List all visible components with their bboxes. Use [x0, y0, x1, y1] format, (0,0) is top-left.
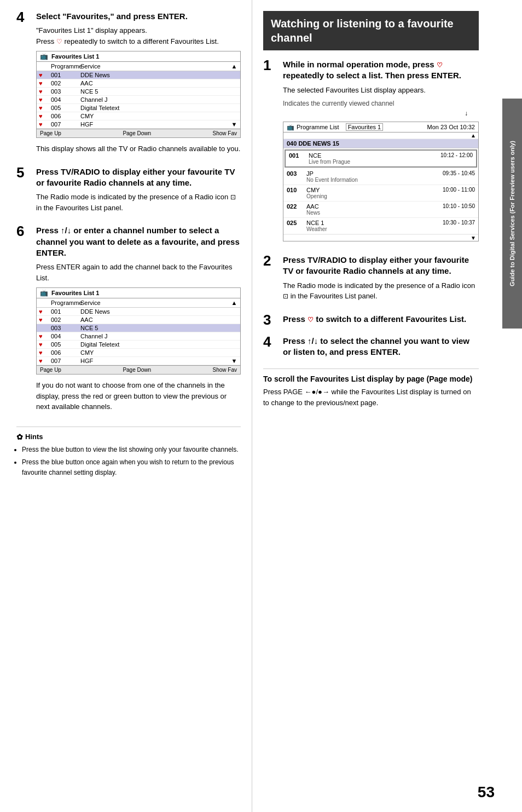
right-step-2: 2 Press TV/RADIO to display either your … [263, 255, 479, 306]
hints-icon: ✿ [16, 433, 23, 441]
prog-name: NCE [309, 152, 424, 159]
indicator-arrow: ↓ [283, 110, 479, 117]
row2-heart: ♥ [39, 341, 51, 348]
row-heart: ♥ [39, 105, 51, 111]
col-programme: Programme [51, 63, 80, 70]
favourites-list-box-1: 📺 Favourites List 1 Programme Service ▲ … [36, 51, 241, 138]
prog-time: 10:10 - 10:50 [426, 203, 475, 216]
prog-name: AAC [306, 203, 426, 210]
tv-icon: 📺 [40, 53, 48, 60]
fav-list-title-2: Favourites List 1 [51, 290, 99, 296]
hint-item-2: Press the blue button once again when yo… [22, 457, 241, 478]
step-6-body2: If you do not want to choose from one of… [36, 380, 241, 412]
step-4-title: Select "Favourites," and press ENTER. [36, 11, 241, 22]
step-4-body1: "Favourites List 1" display appears. Pre… [36, 25, 241, 47]
right-step-4-number: 4 [263, 335, 283, 349]
row-num: 005 [51, 105, 80, 111]
prog-name: NCE 1 [306, 220, 426, 226]
col-scroll-up: ▲ [230, 63, 238, 70]
prog-sub: Opening [306, 193, 426, 199]
right-step-3-title: Press ♡ to switch to a different Favouri… [283, 314, 479, 325]
prog-sub: News [306, 210, 426, 216]
indicator-text: Indicates the currently viewed channel [283, 100, 479, 107]
row-service: CMY [80, 113, 238, 119]
prog-sub: Live from Prague [309, 159, 424, 165]
row-service: HGF [80, 121, 230, 128]
row-service: DDE News [80, 72, 238, 78]
prog-sub: No Event Information [306, 177, 426, 183]
prog-date-label: Mon 23 Oct 10:32 [427, 124, 475, 130]
row-service: NCE 5 [80, 88, 238, 95]
sub-section-title: To scroll the Favourites List display by… [263, 375, 479, 383]
hint-item-1: Press the blue button to view the list s… [22, 445, 241, 455]
show-fav-label-2: Show Fav [213, 367, 237, 373]
prog-row-2: 003 JP No Event Information 09:35 - 10:4… [283, 169, 478, 185]
row2-heart-empty [39, 325, 51, 331]
prog-time: 09:35 - 10:45 [426, 170, 475, 183]
prog-num: 022 [287, 203, 306, 216]
fav-list-footer: Page Up Page Down Show Fav [37, 129, 240, 137]
tv-icon-2: 📺 [40, 289, 48, 297]
scroll-up-2: ▲ [230, 300, 238, 306]
row-heart: ♥ [39, 72, 51, 78]
col-service: Service [80, 63, 230, 70]
side-tab-text: Guide to Digital Services (For Freeview … [508, 141, 516, 286]
scroll-down-2: ▼ [230, 358, 238, 364]
prog-list-label: Programme List [297, 124, 339, 130]
prog-list-header: 📺 Programme List Favourites 1 Mon 23 Oct… [283, 122, 478, 133]
hints-section: ✿ Hints Press the blue button to view th… [16, 427, 241, 479]
row-num: 004 [51, 96, 80, 103]
prog-row-5: 025 NCE 1 Weather 10:30 - 10:37 [283, 218, 478, 234]
right-step-1: 1 While in normal operation mode, press … [263, 59, 479, 247]
right-step-1-body: The selected Favourites List display app… [283, 85, 479, 96]
page-up-label: Page Up [40, 130, 61, 136]
fav-list-title: Favourites List 1 [51, 53, 99, 60]
right-step-3: 3 Press ♡ to switch to a different Favou… [263, 314, 479, 328]
row-heart: ♥ [39, 88, 51, 95]
side-tab: Guide to Digital Services (For Freeview … [502, 99, 522, 329]
prog-num: 003 [287, 170, 306, 183]
step-6-number: 6 [16, 224, 36, 238]
prog-row-1: 001 NCE Live from Prague 10:12 - 12:00 [285, 149, 477, 168]
favourites-list-box-2: 📺 Favourites List 1 Programme Service ▲ … [36, 287, 241, 375]
scroll-down: ▼ [230, 121, 238, 128]
right-step-4-title: Press ↑/↓ to select the channel you want… [283, 336, 479, 358]
right-step-4: 4 Press ↑/↓ to select the channel you wa… [263, 336, 479, 361]
row-num: 002 [51, 80, 80, 87]
right-step-2-body: The Radio mode is indicated by the prese… [283, 280, 479, 302]
right-step-2-title: Press TV/RADIO to display either your fa… [283, 255, 479, 277]
row-num: 006 [51, 113, 80, 119]
prog-header-left: 📺 Programme List Favourites 1 [287, 123, 383, 131]
step-5: 5 Press TV/RADIO to display either your … [16, 166, 241, 218]
hints-title: ✿ Hints [16, 433, 241, 441]
sub-section-body: Press PAGE ←●/●→ while the Favourites Li… [263, 387, 479, 408]
row-heart: ♥ [39, 80, 51, 87]
row2-heart: ♥ [39, 358, 51, 364]
fav-list-footer-2: Page Up Page Down Show Fav [37, 365, 240, 374]
prog-row-3: 010 CMY Opening 10:00 - 11:00 [283, 185, 478, 201]
radio-icon-2: ⊡ [283, 292, 288, 300]
section-header: Watching or listening to a favourite cha… [263, 11, 479, 50]
right-step-1-title: While in normal operation mode, press ♡ … [283, 59, 479, 82]
row-num: 001 [51, 72, 80, 78]
row-heart: ♥ [39, 121, 51, 128]
row-service: AAC [80, 80, 238, 87]
col-service-2: Service [80, 300, 230, 306]
step-5-title: Press TV/RADIO to display either your fa… [36, 166, 241, 189]
prog-first-row: 040 DDE NEWS 15 [283, 139, 478, 148]
step-6: 6 Press ↑/↓ or enter a channel number to… [16, 225, 241, 416]
row2-heart: ♥ [39, 333, 51, 339]
step-5-body: The Radio mode is indicated by the prese… [36, 192, 241, 213]
prog-name: JP [306, 170, 426, 177]
row-heart: ♥ [39, 96, 51, 103]
step-4-body3: This display shows all the TV or Radio c… [36, 143, 241, 154]
col-programme-2: Programme [51, 300, 80, 306]
page-up-label-2: Page Up [40, 367, 61, 373]
section-title: Watching or listening to a favourite cha… [271, 16, 471, 45]
prog-row-4: 022 AAC News 10:10 - 10:50 [283, 201, 478, 218]
page-number: 53 [478, 784, 495, 801]
heart-icon-3: ♡ [308, 316, 314, 324]
prog-time: 10:30 - 10:37 [426, 220, 475, 232]
row-service: Channel J [80, 96, 238, 103]
prog-name: CMY [306, 187, 426, 193]
